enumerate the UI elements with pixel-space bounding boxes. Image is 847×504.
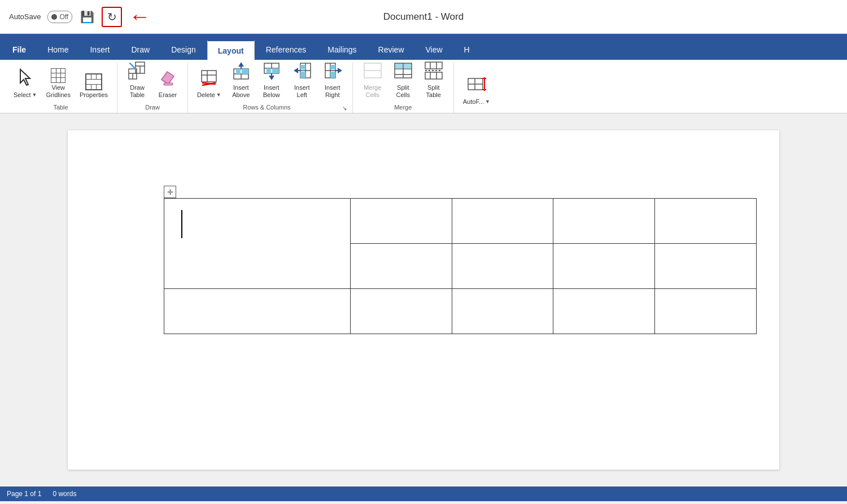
tab-view[interactable]: View [416, 40, 453, 60]
table-cell[interactable] [350, 244, 452, 289]
delete-button[interactable]: Delete ▼ [194, 62, 225, 100]
table-cell[interactable] [553, 199, 655, 244]
table-row [164, 199, 757, 244]
autofit-group-label-row [460, 109, 494, 113]
select-label: Select [14, 91, 31, 99]
tab-file[interactable]: File [2, 40, 36, 60]
select-dropdown-arrow: ▼ [32, 92, 37, 98]
select-button[interactable]: Select ▼ [10, 62, 41, 100]
eraser-icon [158, 68, 177, 90]
tab-file-label: File [12, 45, 26, 54]
table-cell[interactable] [164, 199, 351, 289]
properties-label: Properties [80, 91, 108, 99]
title-bar-left: AutoSave Off 💾 ↻ ← [9, 5, 150, 29]
tab-references[interactable]: References [256, 40, 317, 60]
save-button[interactable]: 💾 [77, 7, 97, 27]
ribbon-group-merge-content: MergeCells SplitCells [359, 62, 448, 103]
ribbon-tabs: File Home Insert Draw Design Layout Refe… [0, 34, 847, 60]
select-label-row: Select ▼ [14, 91, 37, 99]
table-cell[interactable] [164, 289, 351, 334]
document-table[interactable] [164, 198, 757, 334]
status-bar: Page 1 of 1 0 words [0, 487, 847, 501]
table-cell[interactable] [350, 289, 452, 334]
delete-dropdown-arrow: ▼ [216, 92, 221, 98]
tab-home[interactable]: Home [37, 40, 78, 60]
svg-rect-51 [395, 64, 403, 69]
split-table-button[interactable]: SplitTable [420, 62, 448, 100]
tab-help[interactable]: H [454, 40, 480, 60]
text-cursor [181, 210, 182, 238]
ribbon-toolbar: Select ▼ ViewGridlines [0, 60, 847, 113]
svg-marker-43 [338, 68, 342, 73]
tab-design[interactable]: Design [161, 40, 206, 60]
svg-rect-53 [425, 62, 442, 69]
table-cell[interactable] [553, 244, 655, 289]
autosave-toggle[interactable]: Off [47, 11, 72, 23]
view-gridlines-button[interactable]: ViewGridlines [43, 62, 74, 100]
red-arrow: ← [129, 5, 150, 29]
table-cell[interactable] [452, 244, 553, 289]
tab-layout[interactable]: Layout [207, 40, 255, 60]
split-cells-icon [394, 61, 413, 83]
eraser-button[interactable]: Eraser [154, 62, 182, 100]
eraser-label: Eraser [159, 91, 177, 99]
merge-group-label: Merge [359, 103, 448, 113]
table-cell[interactable] [452, 289, 553, 334]
table-cell[interactable] [350, 199, 452, 244]
autofit-label-row: AutoF... ▼ [463, 98, 490, 106]
insert-above-icon [232, 61, 251, 83]
toggle-dot [51, 14, 57, 20]
table-group-label-row: Table [10, 103, 111, 113]
autofit-dropdown-arrow: ▼ [485, 99, 490, 104]
tab-insert[interactable]: Insert [80, 40, 120, 60]
rows-columns-diag-arrow[interactable]: ↘ [342, 105, 347, 111]
svg-rect-21 [242, 69, 248, 74]
ribbon-group-table-content: Select ▼ ViewGridlines [10, 62, 111, 103]
properties-icon [85, 73, 102, 90]
insert-right-label: InsertRight [325, 84, 340, 99]
rows-columns-group-label: Rows & Columns [194, 103, 340, 113]
table-cell[interactable] [655, 199, 757, 244]
insert-left-button[interactable]: InsertLeft [288, 62, 316, 100]
tab-review-label: Review [378, 45, 404, 54]
tab-draw[interactable]: Draw [121, 40, 160, 60]
svg-rect-52 [404, 64, 411, 69]
svg-rect-41 [330, 65, 335, 69]
split-cells-label: SplitCells [396, 84, 410, 99]
delete-icon [199, 68, 219, 90]
title-bar: AutoSave Off 💾 ↻ ← Document1 - Word [0, 0, 847, 34]
table-cell[interactable] [553, 289, 655, 334]
svg-rect-20 [236, 69, 241, 74]
svg-marker-36 [294, 68, 298, 73]
insert-above-button[interactable]: InsertAbove [227, 62, 255, 100]
draw-group-label-row: Draw [123, 103, 182, 113]
table-cell[interactable] [655, 289, 757, 334]
split-cells-button[interactable]: SplitCells [389, 62, 417, 100]
insert-right-button[interactable]: InsertRight [318, 62, 347, 100]
autofit-button[interactable]: AutoF... ▼ [460, 69, 494, 107]
table-wrapper: ✛ [164, 198, 751, 334]
toggle-label: Off [59, 13, 68, 21]
draw-table-label: DrawTable [130, 84, 145, 99]
tab-view-label: View [426, 45, 443, 54]
delete-label-row: Delete ▼ [197, 91, 221, 99]
insert-below-button[interactable]: InsertBelow [257, 62, 286, 100]
autofit-icon [467, 75, 486, 97]
undo-button[interactable]: ↻ [102, 7, 122, 27]
svg-rect-28 [272, 68, 279, 73]
table-move-handle[interactable]: ✛ [164, 186, 176, 198]
properties-button[interactable]: Properties [76, 62, 111, 100]
ribbon-group-rows-columns: Delete ▼ InsertAbove [188, 62, 353, 113]
table-cell[interactable] [452, 199, 553, 244]
table-cell[interactable] [655, 244, 757, 289]
tab-review[interactable]: Review [368, 40, 414, 60]
merge-group-label-row: Merge [359, 103, 448, 113]
save-icon: 💾 [80, 10, 94, 24]
document-page[interactable]: ✛ [68, 130, 779, 470]
draw-table-button[interactable]: DrawTable [123, 62, 151, 100]
merge-cells-button[interactable]: MergeCells [359, 62, 387, 100]
tab-mailings[interactable]: Mailings [317, 40, 366, 60]
draw-group-label: Draw [123, 103, 182, 113]
merge-cells-icon [363, 61, 382, 83]
document-area: ✛ [0, 113, 847, 487]
